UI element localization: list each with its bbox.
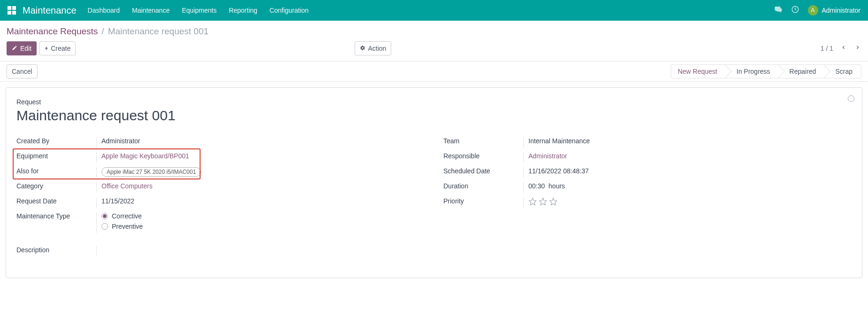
activities-icon[interactable] (791, 5, 799, 16)
nav-menu: Dashboard Maintenance Equipments Reporti… (88, 7, 309, 14)
value-description (96, 246, 425, 256)
value-equipment[interactable]: Apple Magic Keyboard/BP001 (101, 152, 189, 160)
user-name: Administrator (822, 7, 860, 14)
radio-corrective[interactable] (101, 213, 108, 219)
nav-item-dashboard[interactable]: Dashboard (88, 7, 120, 14)
nav-item-equipments[interactable]: Equipments (182, 7, 217, 14)
breadcrumb-sep: / (101, 26, 104, 37)
edit-button[interactable]: Edit (7, 41, 37, 55)
label-also-for: Also for (16, 167, 96, 175)
navbar: Maintenance Dashboard Maintenance Equipm… (0, 0, 868, 21)
cancel-button[interactable]: Cancel (7, 64, 38, 78)
svg-marker-2 (540, 198, 547, 205)
gear-icon (360, 45, 365, 52)
star-1-icon[interactable] (528, 197, 537, 206)
kanban-state-selector[interactable] (848, 95, 854, 102)
action-label: Action (368, 45, 387, 52)
avatar: A (808, 5, 818, 16)
edit-label: Edit (20, 45, 31, 52)
stage-in-progress[interactable]: In Progress (726, 64, 779, 78)
radio-preventive[interactable] (101, 223, 108, 230)
nav-item-configuration[interactable]: Configuration (270, 7, 309, 14)
stage-repaired[interactable]: Repaired (779, 64, 825, 78)
form-sheet: Request Maintenance request 001 Created … (6, 87, 862, 278)
pager-next-icon[interactable] (854, 42, 861, 55)
toolbar: Edit + Create Action 1 / 1 (0, 39, 868, 61)
label-scheduled-date: Scheduled Date (443, 167, 523, 175)
label-priority: Priority (443, 197, 523, 205)
value-scheduled-date: 11/16/2022 08:48:37 (523, 167, 852, 178)
value-responsible[interactable]: Administrator (528, 152, 567, 160)
pager[interactable]: 1 / 1 (821, 45, 833, 52)
value-category[interactable]: Office Computers (101, 182, 153, 190)
create-label: Create (51, 45, 70, 52)
breadcrumb-current: Maintenance request 001 (108, 26, 209, 37)
pencil-icon (12, 45, 17, 52)
label-category: Category (16, 182, 96, 190)
radio-corrective-label: Corrective (112, 212, 142, 220)
breadcrumb-parent[interactable]: Maintenance Requests (7, 26, 98, 37)
svg-marker-3 (550, 198, 557, 205)
plus-icon: + (45, 45, 48, 52)
apps-launcher-icon[interactable] (8, 6, 16, 15)
label-created-by: Created By (16, 137, 96, 145)
request-label: Request (16, 98, 852, 106)
radio-preventive-label: Preventive (112, 223, 143, 230)
stages: New Request In Progress Repaired Scrap (671, 64, 861, 78)
label-equipment: Equipment (16, 152, 96, 160)
stage-new-request[interactable]: New Request (671, 64, 726, 78)
value-created-by: Administrator (96, 137, 425, 147)
discuss-icon[interactable] (774, 5, 783, 16)
label-team: Team (443, 137, 523, 145)
nav-item-maintenance[interactable]: Maintenance (132, 7, 170, 14)
user-menu[interactable]: A Administrator (808, 5, 860, 16)
tag-also-for[interactable]: Apple iMac 27 5K 2020 i5/IMAC001 (101, 167, 201, 177)
label-request-date: Request Date (16, 197, 96, 205)
label-duration: Duration (443, 182, 523, 190)
statusbar: Cancel New Request In Progress Repaired … (0, 61, 868, 82)
priority-stars (528, 197, 852, 206)
star-2-icon[interactable] (539, 197, 547, 206)
star-3-icon[interactable] (549, 197, 558, 206)
page-title: Maintenance request 001 (16, 108, 852, 124)
svg-marker-1 (529, 198, 536, 205)
value-request-date: 11/15/2022 (96, 197, 425, 208)
app-title[interactable]: Maintenance (23, 5, 77, 16)
value-team: Internal Maintenance (523, 137, 852, 147)
create-button[interactable]: + Create (39, 41, 76, 55)
action-button[interactable]: Action (355, 41, 392, 55)
left-column: Created By Administrator Equipment Apple… (16, 135, 425, 259)
label-description: Description (16, 246, 96, 254)
value-duration: 00:30 hours (523, 182, 852, 193)
right-column: Team Internal Maintenance Responsible Ad… (443, 135, 852, 259)
label-maintenance-type: Maintenance Type (16, 212, 96, 220)
nav-item-reporting[interactable]: Reporting (229, 7, 257, 14)
breadcrumb: Maintenance Requests / Maintenance reque… (0, 21, 868, 39)
pager-prev-icon[interactable] (840, 42, 847, 55)
label-responsible: Responsible (443, 152, 523, 160)
